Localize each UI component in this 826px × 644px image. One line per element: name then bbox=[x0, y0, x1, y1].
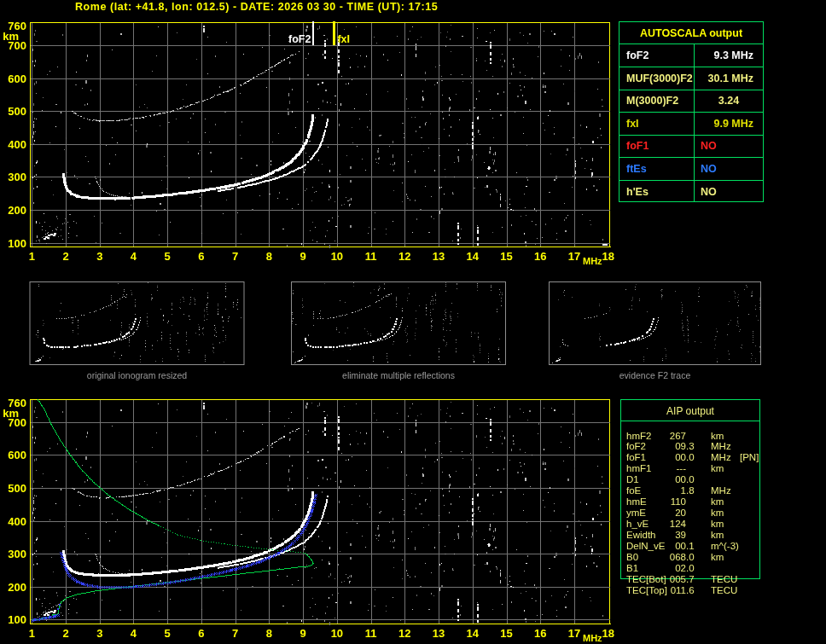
bottom-x-tick-11: 11 bbox=[365, 629, 377, 639]
aip-param-value-int: 267 bbox=[632, 431, 686, 441]
top-x-tick-15: 15 bbox=[500, 252, 512, 262]
aip-param-unit: MHz bbox=[711, 485, 731, 496]
bottom-y-tick-200: 200 bbox=[1, 582, 26, 591]
top-x-tick-13: 13 bbox=[433, 252, 445, 262]
aip-param-unit: km bbox=[711, 431, 724, 441]
fxi-marker-label: fxI bbox=[337, 34, 350, 44]
bottom-y-tick-500: 500 bbox=[1, 483, 26, 492]
fof2-marker-label: foF2 bbox=[288, 34, 311, 44]
aip-table-title: AIP output bbox=[621, 400, 759, 421]
top-x-tick-6: 6 bbox=[198, 252, 204, 262]
top-x-tick-18: 18 bbox=[602, 252, 614, 262]
autoscala-row-m3000f2: M(3000)F23.24 bbox=[620, 90, 763, 113]
aip-param-value-frac: .6 bbox=[686, 585, 695, 595]
top-x-tick-1: 1 bbox=[29, 252, 35, 262]
top-x-tick-5: 5 bbox=[165, 252, 171, 262]
aip-param-unit: km bbox=[711, 530, 724, 540]
top-y-unit: km bbox=[0, 31, 19, 40]
bottom-y-tick-100: 100 bbox=[1, 615, 26, 624]
bottom-y-tick-300: 300 bbox=[1, 549, 26, 559]
autoscala-param-value: NO bbox=[695, 163, 763, 175]
bottom-x-tick-13: 13 bbox=[433, 629, 445, 639]
top-x-tick-11: 11 bbox=[365, 252, 377, 262]
autoscala-param-value: 9.3 MHz bbox=[695, 49, 763, 61]
autoscala-row-hes: h'EsNO bbox=[620, 180, 763, 203]
aip-row-hme: hmE110km bbox=[621, 496, 765, 508]
aip-row-b1: B102.0 bbox=[621, 562, 765, 573]
aip-row-hmf2: hmF2267km bbox=[621, 430, 765, 441]
aip-row-d1: D100.0 bbox=[621, 474, 765, 485]
autoscala-param-value: NO bbox=[695, 140, 763, 152]
autoscala-screen: Rome (lat: +41.8, lon: 012.5) - DATE: 20… bbox=[0, 0, 826, 644]
aip-row-fof1: foF100.0MHz[PN] bbox=[621, 452, 765, 463]
bottom-x-tick-4: 4 bbox=[131, 629, 137, 639]
aip-param-value-frac: .0 bbox=[686, 563, 695, 573]
bottom-x-tick-5: 5 bbox=[165, 629, 171, 639]
autoscala-param-value: NO bbox=[695, 186, 763, 198]
aip-param-value-int: 00 bbox=[632, 452, 686, 462]
aip-row-tecbot: TEC[Bot]005.7TECU bbox=[621, 573, 765, 584]
aip-row-hve: h_vE124km bbox=[621, 518, 765, 529]
autoscala-param-label: M(3000)F2 bbox=[626, 95, 678, 107]
bottom-y-tick-600: 600 bbox=[1, 450, 26, 460]
top-x-tick-12: 12 bbox=[398, 252, 410, 262]
top-x-tick-16: 16 bbox=[534, 252, 546, 262]
autoscala-param-label: MUF(3000)F2 bbox=[626, 73, 693, 84]
aip-row-tectop: TEC[Top]011.6TECU bbox=[621, 584, 765, 595]
autoscala-param-value: 3.24 bbox=[695, 95, 763, 107]
aip-param-value-int: 1 bbox=[632, 485, 686, 496]
bottom-x-tick-9: 9 bbox=[300, 629, 306, 639]
aip-param-value-int: 110 bbox=[632, 496, 686, 507]
autoscala-param-label: h'Es bbox=[626, 186, 649, 198]
station-title: Rome (lat: +41.8, lon: 012.5) - DATE: 20… bbox=[75, 1, 438, 13]
aip-param-value-int: 02 bbox=[632, 563, 686, 573]
aip-row-fof2: foF209.3MHz bbox=[621, 441, 765, 452]
bottom-x-tick-6: 6 bbox=[198, 629, 204, 639]
aip-param-value-frac: .8 bbox=[686, 485, 695, 496]
panel-caption-1: original ionogram resized bbox=[87, 370, 187, 380]
aip-row-hmf1: hmF1---km bbox=[621, 463, 765, 474]
top-x-tick-10: 10 bbox=[331, 252, 343, 262]
top-x-tick-7: 7 bbox=[232, 252, 238, 262]
aip-output-table: AIP output hmF2267kmfoF209.3MHzfoF100.0M… bbox=[620, 399, 760, 579]
top-x-tick-3: 3 bbox=[96, 252, 102, 262]
autoscala-table-title: AUTOSCALA output bbox=[620, 22, 763, 44]
aip-param-extra: [PN] bbox=[740, 452, 759, 462]
bottom-x-tick-10: 10 bbox=[331, 629, 343, 639]
bottom-x-tick-3: 3 bbox=[96, 629, 102, 639]
bottom-x-tick-14: 14 bbox=[467, 629, 479, 639]
aip-param-unit: km bbox=[711, 496, 724, 507]
top-y-tick-200: 200 bbox=[1, 206, 26, 215]
aip-row-delnve: DelN_vE00.1m^(-3) bbox=[621, 540, 765, 551]
aip-param-value-int: 00 bbox=[632, 474, 686, 484]
aip-param-unit: km bbox=[711, 508, 724, 518]
bottom-x-tick-1: 1 bbox=[29, 629, 35, 639]
aip-param-unit: MHz bbox=[711, 441, 731, 451]
bottom-x-tick-12: 12 bbox=[398, 629, 410, 639]
aip-param-value-int: 068 bbox=[632, 552, 686, 562]
aip-param-unit: km bbox=[711, 519, 724, 529]
top-x-tick-2: 2 bbox=[62, 252, 68, 262]
aip-param-value-frac: .3 bbox=[686, 441, 695, 451]
top-x-tick-14: 14 bbox=[467, 252, 479, 262]
bottom-x-tick-2: 2 bbox=[62, 629, 68, 639]
aip-param-value-int: 39 bbox=[632, 530, 686, 540]
aip-row-ewidth: Ewidth39km bbox=[621, 529, 765, 540]
aip-row-b0: B0068.0km bbox=[621, 551, 765, 562]
aip-param-value-int: 005 bbox=[632, 574, 686, 584]
top-y-tick-500: 500 bbox=[1, 107, 26, 116]
top-x-tick-9: 9 bbox=[300, 252, 306, 262]
top-y-tick-400: 400 bbox=[1, 139, 26, 148]
aip-row-yme: ymE20km bbox=[621, 508, 765, 519]
aip-param-unit: km bbox=[711, 463, 724, 473]
autoscala-param-value: 30.1 MHz bbox=[695, 73, 763, 84]
aip-param-unit: TECU bbox=[711, 574, 737, 584]
bottom-x-tick-8: 8 bbox=[266, 629, 272, 639]
bottom-x-tick-17: 17 bbox=[568, 629, 580, 639]
bottom-y-unit: km bbox=[0, 408, 19, 417]
aip-param-unit: TECU bbox=[711, 585, 737, 595]
aip-param-value-int: --- bbox=[632, 463, 686, 473]
top-x-unit: MHz bbox=[583, 257, 602, 265]
aip-param-value-frac: .0 bbox=[686, 474, 695, 484]
aip-param-value-int: 011 bbox=[632, 585, 686, 595]
